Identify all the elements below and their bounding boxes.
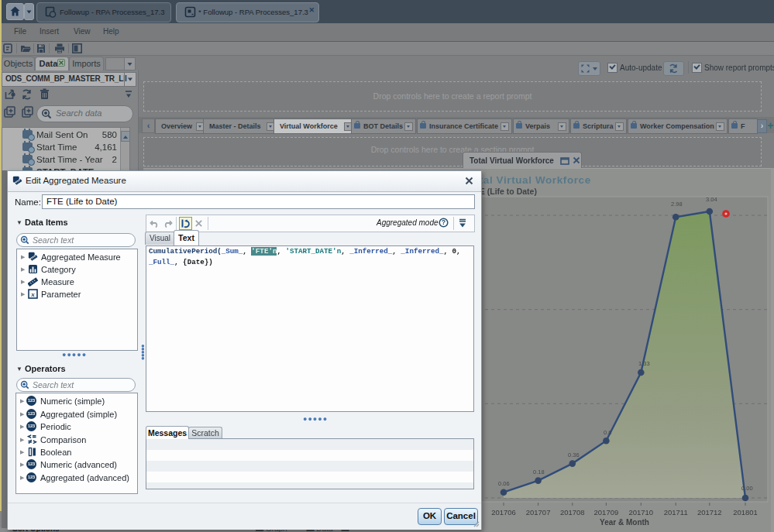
svg-text:x: x	[30, 290, 35, 298]
svg-text:?: ?	[442, 218, 445, 226]
